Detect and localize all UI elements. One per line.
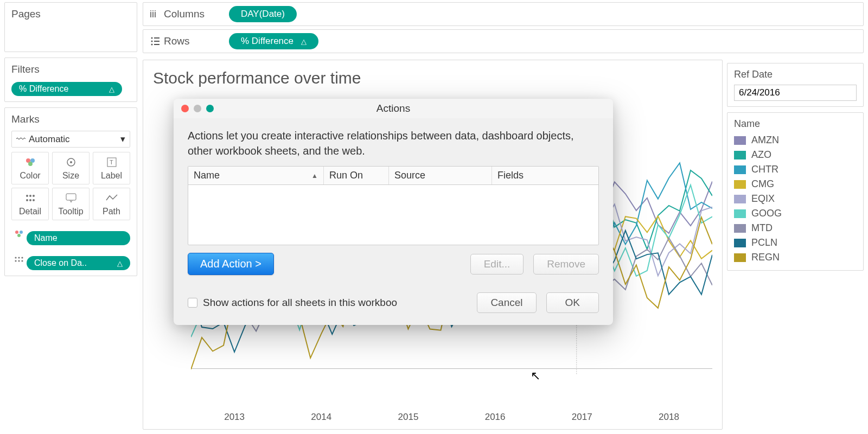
legend-label: GOOG (751, 208, 782, 219)
marks-type-dropdown[interactable]: 〰Automatic ▾ (11, 131, 130, 148)
dialog-titlebar[interactable]: Actions (174, 99, 613, 118)
legend-label: CMG (751, 178, 774, 190)
svg-point-13 (26, 195, 28, 197)
marks-size-button[interactable]: Size (52, 152, 90, 184)
table-calc-icon: △ (301, 37, 307, 46)
marks-detail-button[interactable]: Detail (11, 188, 49, 220)
size-icon (54, 156, 88, 169)
table-calc-icon: △ (109, 85, 114, 93)
columns-pill-day-date[interactable]: DAY(Date) (229, 6, 297, 22)
filters-title: Filters (11, 63, 130, 75)
legend-label: PCLN (751, 237, 777, 248)
col-fields[interactable]: Fields (492, 167, 598, 184)
add-action-button[interactable]: Add Action > (188, 253, 274, 275)
ref-date-input[interactable]: 6/24/2016 (734, 85, 857, 101)
pages-title: Pages (11, 8, 130, 20)
path-icon (94, 192, 129, 205)
svg-rect-3 (154, 41, 159, 42)
marks-color-button[interactable]: Color (11, 152, 49, 184)
actions-table[interactable]: Name▲ Run On Source Fields (188, 166, 599, 245)
svg-point-16 (26, 199, 28, 201)
label-icon: T (94, 156, 129, 169)
table-calc-icon: △ (117, 259, 123, 267)
show-all-sheets-checkbox[interactable] (188, 298, 197, 308)
legend-item[interactable]: AZO (734, 148, 857, 162)
show-all-sheets-label: Show actions for all sheets in this work… (203, 297, 397, 309)
filters-card[interactable]: Filters % Difference△ (4, 58, 137, 102)
svg-text:T: T (110, 159, 113, 165)
columns-label: Columns (164, 8, 229, 20)
svg-point-0 (151, 37, 153, 39)
svg-point-28 (21, 260, 23, 261)
actions-dialog: Actions Actions let you create interacti… (174, 99, 613, 325)
svg-point-8 (28, 162, 33, 166)
pages-card[interactable]: Pages (4, 2, 137, 52)
rows-shelf[interactable]: Rows % Difference△ (143, 29, 864, 53)
legend-label: EQIX (751, 193, 775, 205)
legend-item[interactable]: CMG (734, 177, 857, 192)
rows-label: Rows (164, 35, 229, 47)
legend-swatch (734, 136, 746, 145)
marks-pill-name[interactable]: Name (27, 231, 130, 245)
filter-pill-pct-difference[interactable]: % Difference△ (11, 82, 122, 96)
legend-label: MTD (751, 222, 773, 234)
col-name[interactable]: Name▲ (188, 167, 324, 184)
svg-rect-19 (66, 194, 76, 200)
ok-button[interactable]: OK (546, 292, 599, 313)
svg-rect-5 (154, 44, 159, 45)
chart-title: Stock performance over time (143, 60, 722, 87)
svg-point-25 (21, 257, 23, 258)
detail-icon (11, 255, 27, 265)
legend-item[interactable]: GOOG (734, 206, 857, 221)
chevron-down-icon: ▾ (120, 133, 125, 145)
legend-swatch (734, 180, 746, 189)
marks-pill-close-on-date[interactable]: Close on Da..△ (27, 256, 130, 270)
col-run-on[interactable]: Run On (324, 167, 389, 184)
color-icon (11, 230, 27, 240)
marks-tooltip-button[interactable]: Tooltip (52, 188, 90, 220)
marks-path-button[interactable]: Path (93, 188, 130, 220)
svg-point-20 (15, 231, 18, 234)
legend-item[interactable]: CHTR (734, 162, 857, 177)
marks-label-button[interactable]: T Label (93, 152, 130, 184)
svg-point-18 (33, 199, 35, 201)
legend-item[interactable]: REGN (734, 250, 857, 265)
svg-point-10 (70, 161, 72, 163)
legend-swatch (734, 224, 746, 233)
svg-point-26 (15, 260, 16, 261)
color-icon (13, 156, 47, 169)
legend-item[interactable]: AMZN (734, 133, 857, 148)
legend-item[interactable]: EQIX (734, 192, 857, 206)
legend-label: AZO (751, 149, 771, 161)
legend-swatch (734, 253, 746, 262)
mouse-cursor-icon: ↖ (531, 369, 540, 383)
svg-point-17 (29, 199, 31, 201)
svg-point-21 (20, 231, 23, 234)
svg-rect-1 (154, 37, 159, 39)
columns-shelf[interactable]: iii Columns DAY(Date) (143, 2, 864, 26)
legend-swatch (734, 165, 746, 174)
legend-title: Name (734, 118, 857, 130)
svg-point-15 (33, 195, 35, 197)
legend-swatch (734, 209, 746, 218)
rows-pill-pct-difference[interactable]: % Difference△ (229, 33, 318, 49)
marks-card: Marks 〰Automatic ▾ Color Size T Label De… (4, 107, 137, 276)
cancel-button[interactable]: Cancel (477, 292, 536, 313)
legend-item[interactable]: MTD (734, 221, 857, 235)
legend-label: CHTR (751, 164, 778, 175)
svg-point-22 (17, 234, 21, 237)
actions-table-header[interactable]: Name▲ Run On Source Fields (188, 167, 598, 185)
legend-label: AMZN (751, 135, 779, 146)
svg-point-14 (29, 195, 31, 197)
actions-table-body[interactable] (188, 185, 598, 245)
svg-point-24 (18, 257, 20, 258)
edit-button[interactable]: Edit... (470, 254, 524, 275)
svg-point-2 (151, 41, 153, 42)
dialog-title: Actions (174, 103, 613, 114)
remove-button[interactable]: Remove (533, 254, 599, 275)
legend-item[interactable]: PCLN (734, 235, 857, 250)
col-source[interactable]: Source (389, 167, 492, 184)
rows-icon (150, 36, 164, 47)
svg-point-27 (18, 260, 20, 261)
legend-swatch (734, 239, 746, 247)
